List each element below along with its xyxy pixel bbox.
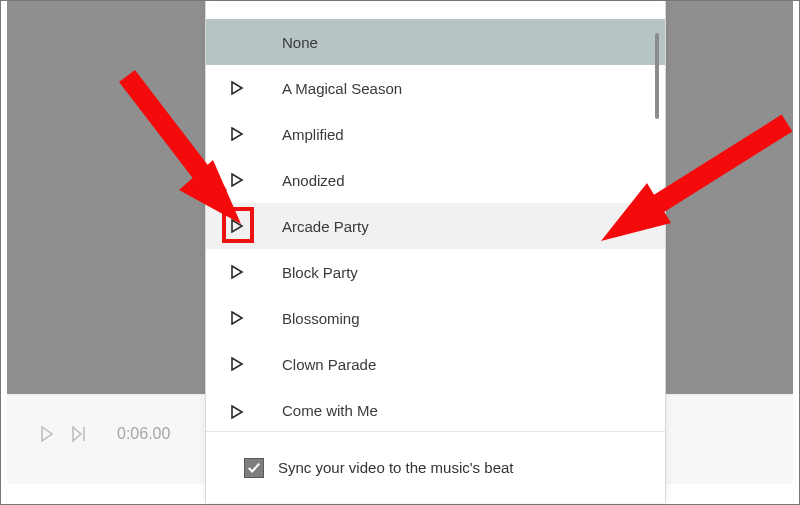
music-list-item[interactable]: Arcade Party [206, 203, 665, 249]
preview-play-button[interactable] [230, 265, 274, 279]
step-forward-icon [71, 426, 87, 442]
music-item-label: A Magical Season [274, 80, 402, 97]
music-list-item[interactable]: Block Party [206, 249, 665, 295]
play-button[interactable] [31, 418, 63, 450]
timecode-display: 0:06.00 [117, 425, 170, 443]
music-list-item[interactable]: Clown Parade [206, 341, 665, 387]
play-icon [230, 219, 244, 233]
preview-play-button[interactable] [230, 311, 274, 325]
play-icon [230, 173, 244, 187]
preview-play-button[interactable] [230, 127, 274, 141]
music-list-item[interactable]: A Magical Season [206, 65, 665, 111]
preview-play-button[interactable] [230, 219, 274, 233]
music-list-item[interactable]: None [206, 19, 665, 65]
play-icon [230, 311, 244, 325]
music-item-label: Arcade Party [274, 218, 369, 235]
step-forward-button[interactable] [63, 418, 95, 450]
music-picker-footer: Sync your video to the music's beat [206, 431, 665, 503]
checkmark-icon [247, 461, 261, 475]
music-item-label: Anodized [274, 172, 345, 189]
preview-play-button[interactable] [230, 81, 274, 95]
play-icon [39, 426, 55, 442]
preview-play-button[interactable] [230, 357, 274, 371]
play-icon [230, 127, 244, 141]
sync-beat-label: Sync your video to the music's beat [278, 459, 513, 476]
music-item-label: Block Party [274, 264, 358, 281]
preview-play-button[interactable] [230, 173, 274, 187]
music-item-label: None [274, 34, 318, 51]
scrollbar-thumb[interactable] [655, 33, 659, 119]
music-item-label: Come with Me [274, 402, 378, 419]
music-list-item[interactable]: Come with Me [206, 387, 665, 419]
play-icon [230, 405, 244, 419]
play-icon [230, 357, 244, 371]
music-item-label: Amplified [274, 126, 344, 143]
music-picker-panel: NoneA Magical SeasonAmplifiedAnodizedArc… [205, 1, 666, 503]
music-item-label: Blossoming [274, 310, 360, 327]
sync-beat-checkbox[interactable] [244, 458, 264, 478]
music-item-label: Clown Parade [274, 356, 376, 373]
music-list-container: NoneA Magical SeasonAmplifiedAnodizedArc… [206, 13, 665, 431]
app-window: 0:06.00 NoneA Magical SeasonAmplifiedAno… [0, 0, 800, 505]
music-list-item[interactable]: Blossoming [206, 295, 665, 341]
music-list[interactable]: NoneA Magical SeasonAmplifiedAnodizedArc… [206, 13, 665, 419]
preview-play-button[interactable] [230, 405, 274, 419]
music-list-item[interactable]: Amplified [206, 111, 665, 157]
play-icon [230, 265, 244, 279]
music-list-item[interactable]: Anodized [206, 157, 665, 203]
play-icon [230, 81, 244, 95]
